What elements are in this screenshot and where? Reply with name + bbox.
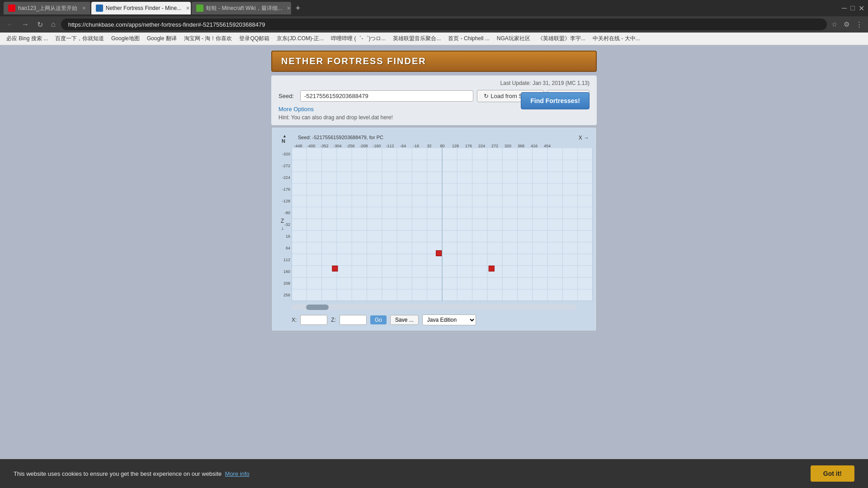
bookmarks-bar: 必应 Bing 搜索 ... 百度一下，你就知道 Google地图 Google… [0, 33, 868, 45]
close-button[interactable]: ✕ [859, 4, 864, 13]
tab-bar: hao123_上网从这里开始 ✕ Nether Fortress Finder … [0, 0, 868, 16]
last-update: Last Update: Jan 31, 2019 (MC 1.13) [278, 80, 590, 86]
bookmark-6[interactable]: 京东(JD.COM)-正... [274, 34, 326, 43]
save-button[interactable]: Save ... [390, 315, 419, 325]
page-wrapper: NETHER FORTRESS FINDER Last Update: Jan … [0, 45, 868, 488]
browser-chrome: hao123_上网从这里开始 ✕ Nether Fortress Finder … [0, 0, 868, 45]
seed-input[interactable] [300, 90, 473, 102]
bookmark-4[interactable]: 淘宝网 - 淘！你喜欢 [181, 34, 235, 43]
menu-icon[interactable]: ⋮ [854, 19, 864, 29]
forward-button[interactable]: → [19, 19, 32, 30]
more-options-link[interactable]: More Options [278, 106, 314, 113]
bookmark-7[interactable]: 哔哩哔哩 (゜-゜)つロ... [328, 34, 388, 43]
bookmark-10[interactable]: NGA玩家社区 [494, 34, 533, 43]
x-axis-label: X → [579, 135, 589, 141]
cookie-banner: This website uses cookies to ensure you … [0, 459, 868, 488]
z-coord-input[interactable] [340, 315, 367, 325]
bookmark-5[interactable]: 登录QQ邮箱 [236, 34, 272, 43]
tab-close-2[interactable]: ✕ [186, 5, 190, 11]
map-container: ▲ N Seed: -5217556159203688479, for PC X… [271, 127, 597, 331]
load-icon: ↻ [484, 93, 489, 99]
bookmark-3[interactable]: Google 翻译 [144, 34, 179, 43]
home-button[interactable]: ⌂ [48, 19, 58, 30]
bottom-controls: X: Z: Go Save ... Java Edition Bedrock E… [275, 312, 593, 327]
x-coord-input[interactable] [300, 315, 327, 325]
horizontal-scrollbar[interactable] [292, 305, 576, 310]
back-button[interactable]: ← [4, 19, 16, 30]
map-seed-label: Seed: -5217556159203688479, for PC [298, 135, 383, 140]
scrollbar-thumb[interactable] [306, 305, 329, 310]
cookie-more-info-link[interactable]: More info [225, 470, 250, 477]
address-bar[interactable] [61, 19, 827, 30]
seed-label: Seed: [278, 93, 297, 99]
controls-area: Last Update: Jan 31, 2019 (MC 1.13) Seed… [271, 75, 597, 125]
x-coord-label: X: [292, 317, 297, 323]
tab-3[interactable]: 蛙蛙 - Minecraft Wiki，最详细... ✕ [192, 2, 291, 14]
maximize-button[interactable]: □ [850, 4, 855, 13]
tab-close-3[interactable]: ✕ [287, 5, 291, 11]
nav-bar: ← → ↻ ⌂ ☆ ⚙ ⋮ [0, 16, 868, 33]
bookmark-icon[interactable]: ☆ [830, 19, 839, 29]
find-fortresses-button[interactable]: Find Fortresses! [521, 92, 590, 109]
reload-button[interactable]: ↻ [34, 19, 46, 31]
bookmark-9[interactable]: 首页 - Chiphell ... [445, 34, 492, 43]
tab-favicon-1 [8, 5, 15, 12]
svg-text:N: N [282, 138, 285, 144]
tab-title-3: 蛙蛙 - Minecraft Wiki，最详细... [206, 5, 282, 12]
minimize-button[interactable]: ─ [842, 4, 847, 13]
bookmark-1[interactable]: 百度一下，你就知道 [52, 34, 107, 43]
tab-close-1[interactable]: ✕ [82, 5, 86, 11]
fortress-marker-3 [489, 266, 494, 271]
extensions-icon[interactable]: ⚙ [842, 19, 851, 29]
edition-select[interactable]: Java Edition Bedrock Edition [422, 314, 476, 325]
cookie-text: This website uses cookies to ensure you … [14, 470, 250, 477]
page-content: NETHER FORTRESS FINDER Last Update: Jan … [271, 45, 597, 488]
cookie-accept-button[interactable]: Got it! [811, 465, 854, 482]
bookmark-11[interactable]: 《英雄联盟》李宇... [535, 34, 588, 43]
tab-1[interactable]: hao123_上网从这里开始 ✕ [4, 2, 90, 14]
bookmark-0[interactable]: 必应 Bing 搜索 ... [4, 34, 51, 43]
x-label-0: -448 [292, 144, 305, 148]
new-tab-button[interactable]: + [292, 4, 304, 12]
tab-title-2: Nether Fortress Finder - Mine... [106, 5, 181, 11]
fortress-marker-1 [436, 250, 442, 256]
z-coord-label: Z: [331, 317, 336, 323]
bookmark-8[interactable]: 英雄联盟音乐聚合... [390, 34, 443, 43]
tab-2[interactable]: Nether Fortress Finder - Mine... ✕ [91, 2, 191, 14]
tab-favicon-3 [196, 5, 203, 12]
app-title: NETHER FORTRESS FINDER [281, 56, 426, 66]
map-grid-row: -320 -272 -224 -176 -128 -80 -32 16 64 1… [275, 148, 593, 301]
bookmark-2[interactable]: Google地图 [108, 34, 142, 43]
nav-icons: ☆ ⚙ ⋮ [830, 19, 864, 29]
app-header: NETHER FORTRESS FINDER [271, 51, 597, 72]
z-axis-label: Z ↓ [281, 218, 284, 231]
compass: ▲ N [279, 133, 289, 147]
svg-text:▲: ▲ [283, 134, 287, 138]
hint-text: Hint: You can also drag and drop level.d… [278, 114, 393, 121]
fortress-marker-2 [332, 266, 338, 271]
grid-canvas: Z ↓ [292, 148, 593, 301]
tab-favicon-2 [96, 5, 103, 12]
tab-title-1: hao123_上网从这里开始 [18, 5, 77, 12]
bookmark-12[interactable]: 中关村在线 - 大中... [590, 34, 643, 43]
go-button[interactable]: Go [370, 315, 387, 324]
